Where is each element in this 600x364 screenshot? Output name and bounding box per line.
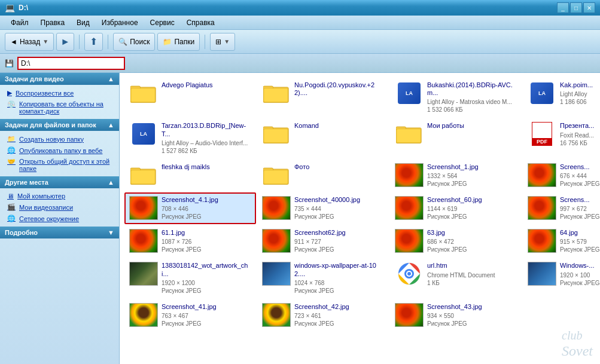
- file-item-moi-raboty[interactable]: Мои работы: [390, 118, 522, 158]
- file-name: fleshka dj maikls: [162, 163, 251, 171]
- sidebar-item-copy-all[interactable]: 💿 Копировать все объекты на компакт-диск: [0, 99, 119, 117]
- close-button[interactable]: ✕: [583, 2, 595, 13]
- file-item-komand[interactable]: Komand: [257, 118, 389, 158]
- file-item-bukashki[interactable]: LA Bukashki.(2014).BDRip-AVC.m... Light …: [390, 78, 522, 117]
- minimize-button[interactable]: _: [557, 2, 569, 13]
- image-thumb: [528, 196, 556, 220]
- file-item-screenshot-r[interactable]: Screens... 676 × 444Рисунок JPEG: [523, 160, 600, 191]
- menu-favorites[interactable]: Избранное: [96, 17, 144, 28]
- share-icon: 🤝: [7, 158, 16, 166]
- menu-view[interactable]: Вид: [71, 17, 96, 28]
- view-button[interactable]: ⊞ ▼: [210, 33, 235, 51]
- file-item-nu-pogodi[interactable]: Nu.Pogodi.(20.vypuskov.+22)....: [257, 78, 389, 117]
- forward-button[interactable]: ►: [56, 33, 74, 51]
- file-item-wot-artwork[interactable]: 1383018142_wot_artwork_chi... 1920 × 120…: [124, 258, 256, 298]
- file-item-61-1[interactable]: 61.1.jpg 1087 × 726Рисунок JPEG: [124, 225, 256, 257]
- file-item-63[interactable]: 63.jpg 686 × 472Рисунок JPEG: [390, 225, 522, 257]
- sidebar-item-publish-web[interactable]: 🌐 Опубликовать папку в вебе: [0, 145, 119, 156]
- sidebar-section-files-title: Задачи для файлов и папок: [5, 121, 96, 129]
- file-item-screenshot41[interactable]: Screenshot_41.jpg 763 × 467Рисунок JPEG: [124, 299, 256, 331]
- file-name: 63.jpg: [427, 229, 517, 237]
- sidebar-item-my-video[interactable]: 🎬 Мои видеозаписи: [0, 201, 119, 213]
- file-info: Screenshot_60.jpg 1144 × 619Рисунок JPEG: [427, 196, 517, 221]
- sidebar-item-my-computer[interactable]: 🖥 Мой компьютер: [0, 191, 119, 201]
- file-item-screenshot4-1[interactable]: Screenshot_4.1.jpg 708 × 446Рисунок JPEG: [124, 192, 256, 224]
- search-icon: 🔍: [118, 38, 127, 46]
- file-info: windows-xp-wallpaper-at-102.... 1024 × 7…: [294, 262, 384, 294]
- image-thumb: [395, 196, 424, 220]
- file-info: Screens... 997 × 672Рисунок JPEG: [560, 196, 600, 221]
- sidebar-section-video-header[interactable]: Задачи для видео ▲: [0, 73, 119, 85]
- sidebar-item-network[interactable]: 🌐 Сетевое окружение: [0, 213, 119, 224]
- file-info: Windows-... 1920 × 100Рисунок JPEG: [560, 262, 600, 286]
- menu-help[interactable]: Справка: [181, 17, 221, 28]
- file-item-advego[interactable]: Advego Plagiatus: [124, 78, 256, 117]
- file-item-foto[interactable]: Фото: [257, 160, 389, 191]
- folder-thumb: [129, 81, 158, 105]
- svg-rect-5: [264, 88, 288, 102]
- file-meta: 997 × 672Рисунок JPEG: [560, 205, 600, 221]
- file-name: Презента...: [560, 122, 600, 130]
- sidebar-item-new-folder[interactable]: 📁 Создать новую папку: [0, 133, 119, 145]
- file-meta: 1024 × 768Рисунок JPEG: [294, 279, 384, 295]
- sidebar-section-places-header[interactable]: Другие места ▲: [0, 176, 119, 188]
- folder-thumb: [129, 163, 158, 187]
- maximize-button[interactable]: □: [570, 2, 582, 13]
- file-item-screenshot60[interactable]: Screenshot_60.jpg 1144 × 619Рисунок JPEG: [390, 192, 522, 224]
- file-grid: Advego Plagiatus Nu.Pogodi.(20.vypuskov.…: [122, 75, 598, 334]
- menu-service[interactable]: Сервис: [144, 17, 181, 28]
- pdf-icon: PDF: [528, 122, 556, 146]
- file-item-screenshot62[interactable]: Screenshot62.jpg 911 × 727Рисунок JPEG: [257, 225, 389, 257]
- sidebar-section-video-body: ▶ Воспроизвести все 💿 Копировать все объ…: [0, 85, 119, 119]
- image-thumb: [395, 303, 424, 327]
- back-label: Назад: [20, 38, 40, 46]
- file-item-windows-xp-wp[interactable]: windows-xp-wallpaper-at-102.... 1024 × 7…: [257, 258, 389, 298]
- file-meta: 911 × 727Рисунок JPEG: [294, 238, 384, 253]
- file-name: 61.1.jpg: [162, 229, 251, 237]
- image-thumb: [129, 229, 158, 253]
- la-icon: LA: [395, 81, 424, 105]
- view-icon: ⊞: [215, 38, 221, 46]
- svg-rect-14: [131, 170, 155, 184]
- content-area[interactable]: Advego Plagiatus Nu.Pogodi.(20.vypuskov.…: [120, 73, 600, 364]
- file-info: fleshka dj maikls: [162, 163, 251, 172]
- sidebar-section-details-header[interactable]: Подробно ▼: [0, 227, 119, 238]
- file-item-windows-r[interactable]: Windows-... 1920 × 100Рисунок JPEG: [523, 258, 600, 298]
- file-item-url-htm[interactable]: url.htm Chrome HTML Document1 КБ: [390, 258, 522, 298]
- sidebar-collapse-video-icon: ▲: [108, 75, 114, 82]
- sidebar-item-share[interactable]: 🤝 Открыть общий доступ к этой папке: [0, 156, 119, 174]
- copy-icon: 💿: [7, 100, 16, 108]
- folders-button[interactable]: 📁 Папки: [157, 33, 200, 51]
- file-item-screenshot43[interactable]: Screenshot_43.jpg 934 × 550Рисунок JPEG: [390, 299, 522, 331]
- file-name: Screenshot62.jpg: [294, 229, 384, 237]
- address-drive-icon: 💾: [5, 59, 14, 68]
- address-input[interactable]: [17, 57, 125, 70]
- file-item-tarzan[interactable]: LA Tarzan.2013.D.BDRip_[New-T... Light A…: [124, 118, 256, 158]
- file-info: Фото: [294, 163, 384, 172]
- sidebar-item-play-all[interactable]: ▶ Воспроизвести все: [0, 87, 119, 99]
- menu-edit[interactable]: Правка: [35, 17, 71, 28]
- menu-file[interactable]: Файл: [5, 17, 35, 28]
- svg-rect-2: [131, 88, 155, 102]
- file-item-screenshot42[interactable]: Screenshot_42.jpg 723 × 461Рисунок JPEG: [257, 299, 389, 331]
- sidebar-section-details-title: Подробно: [5, 229, 38, 236]
- search-button[interactable]: 🔍 Поиск: [113, 33, 155, 51]
- file-info: Komand: [294, 122, 384, 131]
- back-button[interactable]: ◄ Назад ▼: [5, 33, 54, 51]
- file-info: Screenshot_41.jpg 763 × 467Рисунок JPEG: [162, 303, 251, 328]
- file-item-prezenta[interactable]: PDF Презента... Foxit Read...16 756 КБ: [523, 118, 600, 158]
- sidebar-section-files-header[interactable]: Задачи для файлов и папок ▲: [0, 119, 119, 131]
- file-item-screenshot-r2[interactable]: Screens... 997 × 672Рисунок JPEG: [523, 192, 600, 224]
- svg-point-21: [407, 272, 411, 276]
- file-name: Komand: [294, 122, 384, 130]
- image-thumb: [528, 229, 556, 253]
- up-button[interactable]: ⬆: [84, 33, 103, 51]
- file-item-kak-poimat[interactable]: LA Kak.poim... Light Alloy1 186 606: [523, 78, 600, 117]
- file-item-screenshot40000[interactable]: Screenshot_40000.jpg 735 × 444Рисунок JP…: [257, 192, 389, 224]
- file-item-fleshka[interactable]: fleshka dj maikls: [124, 160, 256, 191]
- image-thumb: [262, 229, 291, 253]
- file-item-64[interactable]: 64.jpg 915 × 579Рисунок JPEG: [523, 225, 600, 257]
- title-bar: 💻 D:\ _ □ ✕: [0, 0, 600, 16]
- file-item-screenshot1[interactable]: Screenshot_1.jpg 1332 × 564Рисунок JPEG: [390, 160, 522, 191]
- back-arrow-icon: ◄: [10, 38, 17, 46]
